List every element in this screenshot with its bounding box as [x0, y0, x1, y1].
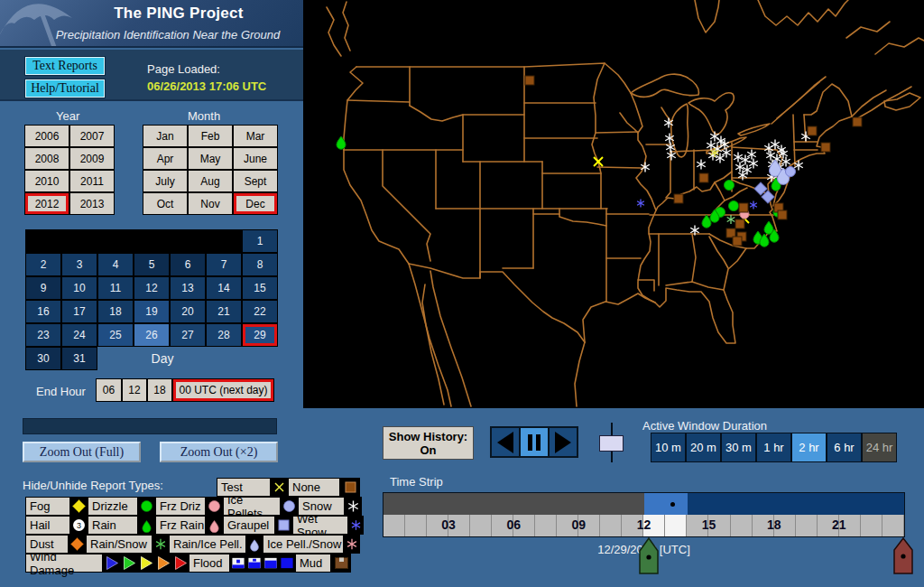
- hour-cell-16[interactable]: [731, 515, 753, 536]
- day-cell-8[interactable]: 8: [242, 253, 278, 276]
- year-cell-2013[interactable]: 2013: [69, 192, 115, 215]
- month-cell-sept[interactable]: Sept: [233, 170, 278, 192]
- hour-cell-7[interactable]: [535, 515, 557, 536]
- duration-20-m[interactable]: 20 m: [686, 433, 721, 462]
- legend-type-hail[interactable]: Hail: [25, 516, 70, 535]
- day-cell-11[interactable]: 11: [97, 276, 134, 300]
- month-cell-aug[interactable]: Aug: [188, 170, 233, 192]
- flood4-icon[interactable]: [279, 554, 295, 573]
- day-cell-19[interactable]: 19: [134, 300, 170, 323]
- legend-type-frz-rain[interactable]: Frz Rain: [155, 516, 206, 535]
- legend-type-drizzle[interactable]: Drizzle: [88, 497, 138, 516]
- end-hour-00-utc-next-day-[interactable]: 00 UTC (next day): [172, 378, 274, 402]
- map-marker-snow[interactable]: [734, 153, 743, 163]
- map-marker-wet-snow[interactable]: [750, 201, 757, 210]
- map-marker-ice-pellets[interactable]: [786, 167, 796, 177]
- step-back-button[interactable]: [492, 428, 519, 456]
- day-cell-12[interactable]: 12: [134, 276, 170, 300]
- day-cell-6[interactable]: 6: [170, 253, 206, 276]
- square-lav-icon[interactable]: [275, 516, 292, 535]
- map-marker-none[interactable]: [821, 143, 830, 152]
- map-marker-drizzle[interactable]: [729, 201, 739, 211]
- flood1-icon[interactable]: [230, 554, 246, 573]
- day-cell-30[interactable]: 30: [25, 347, 61, 370]
- day-cell-29[interactable]: 29: [242, 323, 278, 347]
- end-hour-18[interactable]: 18: [147, 378, 172, 402]
- month-cell-may[interactable]: May: [188, 147, 233, 170]
- tri-red-icon[interactable]: [171, 554, 189, 573]
- legend-type-flood[interactable]: Flood: [189, 554, 230, 573]
- day-cell-23[interactable]: 23: [25, 323, 61, 347]
- hour-cell-10[interactable]: [600, 515, 622, 536]
- month-cell-dec[interactable]: Dec: [233, 192, 278, 215]
- legend-type-frz-driz[interactable]: Frz Driz: [155, 497, 206, 516]
- month-cell-june[interactable]: June: [233, 147, 278, 170]
- diamond-yellow-icon[interactable]: [70, 497, 88, 516]
- duration-30-m[interactable]: 30 m: [721, 433, 756, 462]
- legend-type-mud[interactable]: Mud: [295, 554, 331, 573]
- month-cell-apr[interactable]: Apr: [143, 147, 188, 170]
- tri-blue-icon[interactable]: [103, 554, 120, 573]
- day-cell-24[interactable]: 24: [61, 323, 97, 347]
- day-cell-17[interactable]: 17: [61, 300, 97, 323]
- map-marker-none[interactable]: [674, 194, 683, 203]
- hour-cell-19[interactable]: [796, 515, 818, 536]
- duration-24-hr[interactable]: 24 hr: [862, 433, 897, 462]
- day-cell-10[interactable]: 10: [61, 276, 97, 300]
- map-marker-rain-snow[interactable]: [727, 215, 735, 224]
- mud-icon[interactable]: [331, 554, 351, 573]
- day-cell-9[interactable]: 9: [25, 276, 61, 300]
- show-history-toggle[interactable]: Show History: On: [383, 426, 474, 460]
- hour-cell-1[interactable]: [405, 515, 427, 536]
- year-cell-2009[interactable]: 2009: [69, 147, 115, 170]
- map-marker-none[interactable]: [733, 237, 742, 246]
- active-window-segment[interactable]: [644, 493, 688, 515]
- day-cell-18[interactable]: 18: [97, 300, 134, 323]
- duration-6-hr[interactable]: 6 hr: [827, 433, 862, 462]
- end-hour-12[interactable]: 12: [122, 378, 147, 402]
- day-cell-20[interactable]: 20: [170, 300, 206, 323]
- map-marker-wet-snow[interactable]: [637, 200, 644, 208]
- map-marker-none[interactable]: [699, 173, 708, 182]
- map-marker-rain[interactable]: [702, 215, 711, 228]
- month-cell-jan[interactable]: Jan: [143, 125, 188, 147]
- day-cell-26[interactable]: 26: [134, 323, 170, 347]
- step-forward-button[interactable]: [550, 428, 577, 456]
- day-cell-2[interactable]: 2: [25, 253, 61, 276]
- time-cursor-marker[interactable]: [639, 537, 659, 574]
- duration-1-hr[interactable]: 1 hr: [756, 433, 791, 462]
- map-marker-none[interactable]: [739, 203, 748, 212]
- future-segment[interactable]: [688, 493, 904, 515]
- legend-type-none[interactable]: None: [288, 478, 340, 497]
- day-cell-15[interactable]: 15: [242, 276, 278, 300]
- year-cell-2011[interactable]: 2011: [69, 170, 115, 192]
- flood2-icon[interactable]: [246, 554, 263, 573]
- ast-green-icon[interactable]: [152, 535, 169, 554]
- slider-handle[interactable]: [599, 435, 624, 452]
- duration-10-m[interactable]: 10 m: [651, 433, 686, 462]
- ast-blue-icon[interactable]: [348, 516, 364, 535]
- day-cell-13[interactable]: 13: [170, 276, 206, 300]
- tri-yellow-icon[interactable]: [137, 554, 154, 573]
- hour-cell-0[interactable]: [383, 515, 405, 536]
- map-marker-snow[interactable]: [710, 132, 719, 142]
- map-marker-drizzle[interactable]: [725, 181, 735, 191]
- year-cell-2010[interactable]: 2010: [24, 170, 69, 192]
- help-tutorial-button[interactable]: Help/Tutorial: [25, 79, 105, 98]
- map-marker-none[interactable]: [735, 219, 744, 228]
- droplet-lav-icon[interactable]: [246, 535, 263, 554]
- legend-type-rain[interactable]: Rain: [88, 516, 138, 535]
- legend-type-graupel[interactable]: Graupel: [223, 516, 275, 535]
- map-marker-snow[interactable]: [749, 159, 758, 169]
- legend-type-fog[interactable]: Fog: [25, 497, 70, 516]
- day-cell-31[interactable]: 31: [61, 347, 97, 370]
- hour-cell-23[interactable]: [882, 515, 904, 536]
- tri-green-icon[interactable]: [120, 554, 137, 573]
- latest-data-marker[interactable]: [893, 537, 913, 574]
- map-marker-none[interactable]: [778, 210, 787, 219]
- day-cell-25[interactable]: 25: [97, 323, 134, 347]
- tri-orange-icon[interactable]: [154, 554, 171, 573]
- droplet-green-icon[interactable]: [138, 516, 155, 535]
- year-cell-2012[interactable]: 2012: [24, 192, 69, 215]
- day-cell-22[interactable]: 22: [242, 300, 278, 323]
